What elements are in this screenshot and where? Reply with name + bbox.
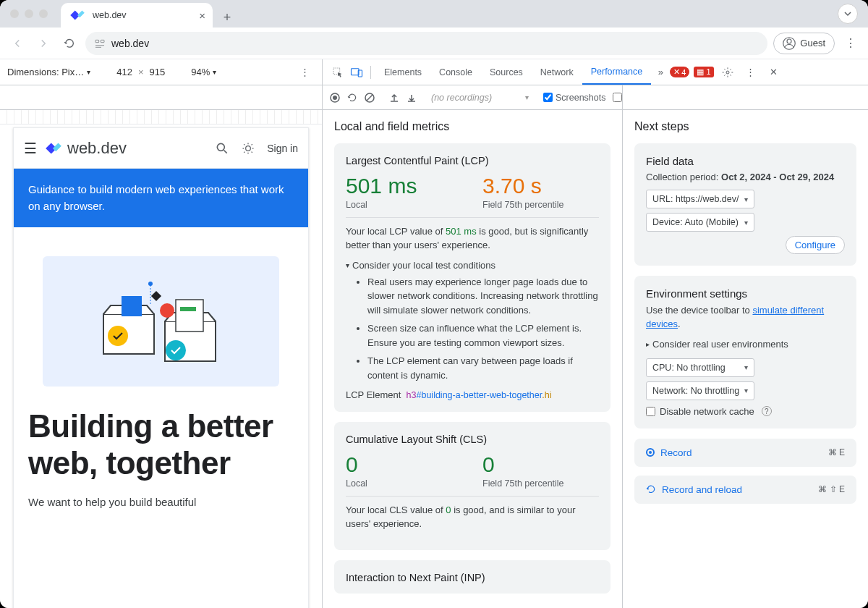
traffic-lights [10,9,48,18]
svg-point-12 [108,326,128,346]
titlebar: web.dev × + [0,0,868,28]
webdev-logo-icon [44,139,63,158]
device-menu-button[interactable]: ⋮ [294,62,315,83]
hero-title: Building a better web, together [14,401,308,489]
tab-sources[interactable]: Sources [481,59,532,85]
devtools-close-icon[interactable]: ✕ [765,63,783,82]
lcp-card: Largest Contentful Paint (LCP) 501 ms Lo… [334,143,610,412]
cls-field-value: 0 [482,452,599,477]
device-toggle-icon[interactable] [347,63,366,82]
help-icon[interactable]: ? [762,406,772,416]
new-tab-button[interactable]: + [217,7,237,28]
url-text: web.dev [111,38,149,49]
back-button[interactable] [7,33,27,54]
toolbar: web.dev Guest ⋮ [0,28,868,59]
guest-icon [783,37,796,50]
lcp-local-label: Local [346,200,462,210]
browser-window: web.dev × + web.dev Guest ⋮ Dimensions: … [0,0,868,608]
traffic-min[interactable] [25,9,33,18]
device-height[interactable]: 915 [150,67,166,77]
configure-button[interactable]: Configure [786,236,845,254]
svg-point-7 [726,71,729,74]
svg-point-16 [166,340,186,360]
record-action[interactable]: Record ⌘ E [634,439,856,467]
lcp-field-value: 3.70 s [482,174,599,198]
site-logo[interactable]: web.dev [44,139,127,158]
issues-badge[interactable]: ▦ 1 [694,67,713,77]
svg-point-9 [246,145,251,151]
reload-icon [646,484,656,494]
env-disclosure[interactable]: Consider real user environments [646,339,845,350]
network-select[interactable]: Network: No throttling [646,381,754,400]
env-settings-card: Environment settings Use the device tool… [634,276,856,428]
svg-rect-17 [150,291,161,301]
cpu-select[interactable]: CPU: No throttling [646,358,754,377]
address-bar[interactable]: web.dev [85,32,767,55]
tab-performance[interactable]: Performance [582,59,652,85]
tabstrip: web.dev × + [61,0,237,28]
tab-elements[interactable]: Elements [375,59,430,85]
site-header: ☰ web.dev Sign in [14,128,308,169]
record-reload-action[interactable]: Record and reload ⌘ ⇧ E [634,476,856,504]
next-title: Next steps [634,120,856,133]
tab-search-button[interactable] [838,4,858,24]
site-settings-icon [94,38,106,49]
tab-title: web.dev [93,10,127,20]
next-steps-pane: Next steps Field data Collection period:… [622,85,868,608]
memory-checkbox[interactable]: Memory [613,93,622,103]
devtools-tabs: Elements Console Sources Network Perform… [323,59,868,85]
lcp-disclosure[interactable]: Consider your local test conditions [346,260,599,271]
tab-console[interactable]: Console [430,59,481,85]
cls-explanation: Your local CLS value of 0 is good, and i… [346,504,599,531]
device-width[interactable]: 412 [116,67,132,77]
screenshots-checkbox[interactable]: Screenshots [543,93,605,103]
settings-icon[interactable] [718,63,737,82]
browser-tab[interactable]: web.dev × [61,3,213,28]
lcp-local-value: 501 ms [346,174,462,198]
reload-button[interactable] [59,33,80,54]
dimensions-select[interactable]: Dimensions: Pix… ▾ [7,67,90,77]
env-text: Use the device toolbar to simulate diffe… [646,304,845,332]
more-tabs-icon[interactable]: » [651,63,670,82]
svg-rect-14 [176,300,203,332]
traffic-max[interactable] [39,9,48,18]
devtools-top-bar: Dimensions: Pix… ▾ 412 × 915 94% ▾ ⋮ Ele… [0,59,868,85]
lcp-field-label: Field 75th percentile [482,200,599,210]
lcp-tips: Real users may experience longer page lo… [346,275,599,383]
profile-chip[interactable]: Guest [773,33,835,54]
search-icon[interactable] [215,141,229,156]
svg-rect-0 [95,40,99,42]
devtools-menu-icon[interactable]: ⋮ [741,63,760,82]
theme-icon[interactable] [241,141,255,156]
collection-period: Collection period: Oct 2, 2024 - Oct 29,… [646,172,845,182]
forward-button[interactable] [33,33,54,54]
env-title: Environment settings [646,287,845,300]
inspect-icon[interactable] [328,63,347,82]
inp-name: Interaction to Next Paint (INP) [346,572,599,583]
traffic-close[interactable] [10,9,19,18]
sign-in-link[interactable]: Sign in [267,143,298,154]
error-badge[interactable]: ✕ 4 [670,67,689,77]
tab-network[interactable]: Network [532,59,582,85]
field-data-title: Field data [646,155,845,167]
browser-menu-button[interactable]: ⋮ [841,33,861,54]
record-dot-icon [646,448,655,457]
disable-cache-checkbox[interactable]: Disable network cache ? [646,406,845,417]
hero-illustration [43,256,279,387]
device-select[interactable]: Device: Auto (Mobile) [646,213,754,232]
zoom-select[interactable]: 94% ▾ [191,67,216,77]
svg-rect-5 [352,68,359,75]
url-select[interactable]: URL: https://web.dev/ [646,190,754,208]
metrics-title: Local and field metrics [334,120,610,133]
lcp-element-row: LCP Element h3#building-a-better-web-tog… [346,389,599,400]
svg-rect-1 [101,40,104,42]
cls-card: Cumulative Layout Shift (CLS) 0 Local 0 … [334,422,610,550]
mobile-frame[interactable]: ☰ web.dev Sign in Guidance to build mode… [13,127,309,608]
hero-banner: Guidance to build modern web experiences… [14,169,308,227]
svg-point-8 [218,143,225,151]
device-preview-pane: ☰ web.dev Sign in Guidance to build mode… [0,85,323,608]
field-data-card: Field data Collection period: Oct 2, 202… [634,143,856,266]
hamburger-icon[interactable]: ☰ [24,140,37,157]
svg-point-2 [787,39,791,43]
tab-close-icon[interactable]: × [199,9,205,22]
